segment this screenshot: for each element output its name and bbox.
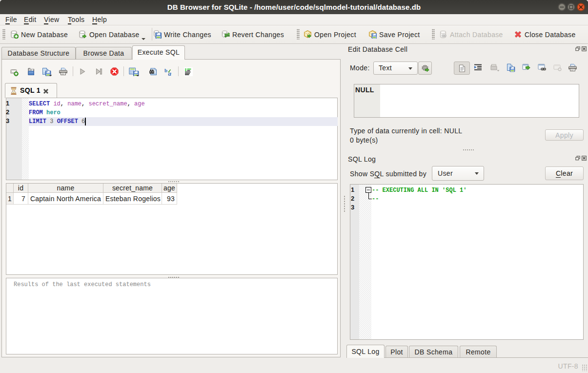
svg-text:b: b bbox=[164, 67, 167, 73]
